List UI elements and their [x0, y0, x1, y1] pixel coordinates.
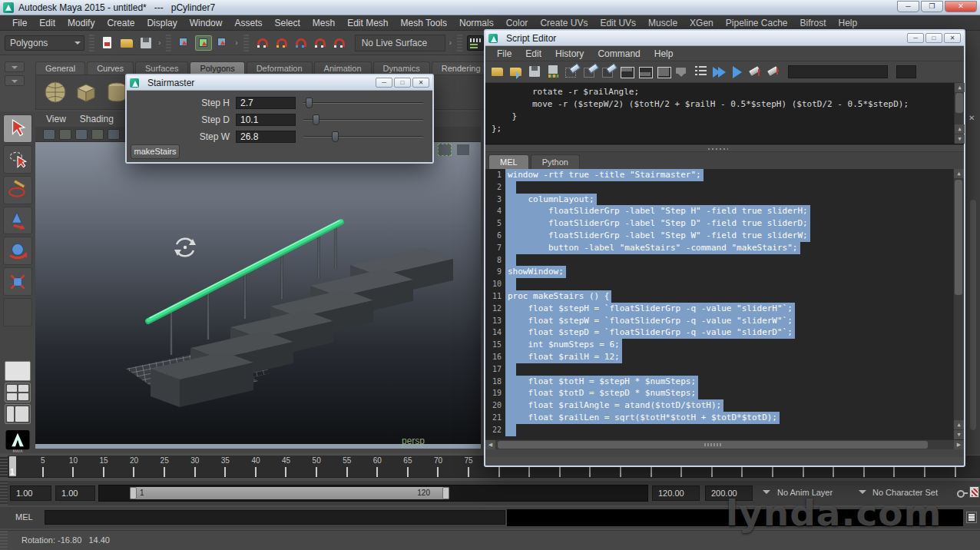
statusline-icon[interactable]: [118, 35, 135, 51]
menu-item[interactable]: Assets: [228, 16, 268, 30]
toolbar-icon[interactable]: [730, 65, 746, 79]
shelf-tab[interactable]: Polygons: [190, 61, 244, 75]
range-start-handle[interactable]: [130, 487, 137, 499]
statusline-icon[interactable]: [137, 35, 154, 51]
script-tab[interactable]: Python: [531, 154, 580, 169]
select-tool[interactable]: [3, 114, 32, 143]
panel-toolbar-icon[interactable]: [59, 129, 71, 140]
toolbar-icon[interactable]: [656, 65, 672, 79]
four-pane-layout-button[interactable]: [5, 383, 31, 403]
maximize-button[interactable]: □: [925, 33, 942, 43]
chevron-icon[interactable]: ›: [157, 38, 161, 47]
snap-icon[interactable]: [292, 35, 309, 51]
viewport-3d-area[interactable]: persp: [35, 142, 481, 449]
shelf-tab-menu-button[interactable]: [5, 61, 25, 72]
selection-mask-icon[interactable]: [195, 35, 212, 51]
set-key-icon[interactable]: [957, 488, 968, 497]
code-input-pane[interactable]: 1 window -rtf true -title "Stairmaster";…: [485, 169, 964, 439]
toolbar-icon[interactable]: [601, 65, 617, 79]
scale-tool[interactable]: [3, 267, 32, 296]
history-pane[interactable]: rotate -r $railAngle; move -r ($stepW/2)…: [485, 83, 964, 144]
slider[interactable]: [303, 97, 423, 109]
toolbar-icon[interactable]: [637, 65, 654, 79]
menu-item[interactable]: Help: [649, 48, 679, 60]
slider-handle[interactable]: [306, 98, 313, 108]
script-editor-toggle-icon[interactable]: [966, 512, 977, 523]
toolbar-icon[interactable]: [545, 65, 561, 79]
menu-item[interactable]: XGen: [684, 16, 720, 30]
script-editor-window[interactable]: Script Editor ─ □ ✕ FileEditHistoryComma…: [484, 29, 965, 467]
toolbar-icon[interactable]: [582, 65, 598, 79]
shelf-tab[interactable]: Animation: [314, 61, 372, 75]
auto-key-toggle-icon[interactable]: [969, 486, 979, 498]
slider[interactable]: [303, 114, 423, 126]
range-end-handle[interactable]: [442, 487, 449, 499]
menu-item[interactable]: Window: [184, 16, 229, 30]
script-tab[interactable]: MEL: [488, 154, 529, 169]
script-editor-titlebar[interactable]: Script Editor ─ □ ✕: [485, 31, 964, 46]
shelf-tab[interactable]: Surfaces: [135, 61, 188, 75]
menu-item[interactable]: Edit: [520, 48, 547, 60]
slider-handle[interactable]: [313, 114, 319, 125]
toolbar-icon[interactable]: [508, 65, 525, 79]
shelf-tab[interactable]: Dynamics: [373, 61, 430, 75]
toolbar-icon[interactable]: [711, 65, 727, 79]
poly-sphere-icon[interactable]: [42, 79, 68, 105]
menu-item[interactable]: Select: [268, 16, 306, 30]
edge-input[interactable]: [896, 65, 916, 78]
playback-end-field[interactable]: 120.00: [652, 485, 700, 501]
anim-start-field[interactable]: 1.00: [10, 485, 51, 501]
selection-highlight-icon[interactable]: [438, 144, 452, 156]
snap-icon[interactable]: [273, 35, 290, 51]
menu-item[interactable]: File: [492, 48, 517, 60]
menu-item[interactable]: Edit UVs: [594, 16, 642, 30]
scroll-up-icon[interactable]: ▲: [954, 420, 964, 429]
single-pane-layout-button[interactable]: [5, 361, 31, 381]
slider-value-field[interactable]: 26.8: [236, 131, 296, 143]
snap-icon[interactable]: [311, 35, 328, 51]
menu-set-dropdown[interactable]: Polygons: [5, 35, 84, 51]
toolbar-icon[interactable]: [766, 65, 783, 79]
stairs-mesh[interactable]: [151, 248, 453, 407]
scroll-up-icon[interactable]: ▲: [955, 83, 965, 92]
menu-item[interactable]: Mesh: [306, 16, 341, 30]
menu-item[interactable]: History: [550, 48, 589, 60]
menu-item[interactable]: Pipeline Cache: [720, 16, 794, 30]
pane-splitter[interactable]: [485, 144, 964, 152]
menu-item[interactable]: Bifrost: [794, 16, 833, 30]
menu-item[interactable]: Edit: [33, 16, 61, 30]
shelf-tab[interactable]: Deformation: [247, 61, 313, 75]
command-line-input[interactable]: [45, 510, 505, 525]
minimize-button[interactable]: ─: [897, 1, 919, 12]
toolbar-icon[interactable]: [564, 65, 580, 79]
command-line-mode-label[interactable]: MEL: [15, 512, 33, 522]
toolbar-icon[interactable]: [527, 65, 543, 79]
stairmaster-window[interactable]: Stairmaster ─ □ ✕ Step H 2.7 Step D 10.1: [125, 74, 434, 164]
snap-icon[interactable]: [330, 35, 347, 51]
poly-cube-icon[interactable]: [73, 79, 99, 105]
code-hscrollbar[interactable]: ◀ ▶: [485, 439, 964, 449]
menu-item[interactable]: Help: [833, 16, 864, 30]
selection-mask-icon[interactable]: [176, 35, 193, 51]
make-stairs-button[interactable]: makeStairs: [131, 144, 180, 159]
shelf-tab[interactable]: Rendering: [432, 61, 491, 75]
lasso-tool[interactable]: [3, 145, 32, 174]
menu-item[interactable]: Display: [141, 16, 183, 30]
scroll-left-icon[interactable]: ◀: [485, 440, 495, 449]
scroll-down-icon[interactable]: ▼: [955, 134, 965, 144]
menu-item[interactable]: Mesh Tools: [395, 16, 453, 30]
close-button[interactable]: ✕: [944, 33, 961, 43]
menu-item[interactable]: Create UVs: [534, 16, 594, 30]
chevron-icon[interactable]: ›: [449, 38, 452, 47]
menu-item[interactable]: Normals: [453, 16, 500, 30]
menu-item[interactable]: Command: [592, 48, 645, 60]
channel-box-scrollbar[interactable]: [970, 200, 976, 430]
shelf-tab[interactable]: General: [35, 61, 85, 75]
slider-handle[interactable]: [332, 131, 339, 142]
minimize-button[interactable]: ─: [376, 78, 392, 88]
menu-item[interactable]: File: [6, 16, 33, 30]
statusline-icon[interactable]: [99, 35, 116, 51]
scroll-right-icon[interactable]: ▶: [954, 440, 964, 449]
menu-item[interactable]: Edit Mesh: [341, 16, 394, 30]
menu-item[interactable]: Modify: [61, 16, 101, 30]
